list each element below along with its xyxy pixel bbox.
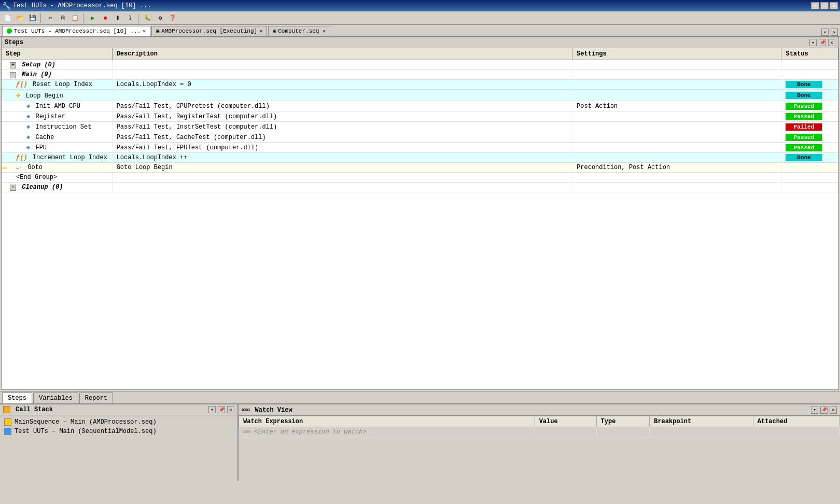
minimize-button[interactable]: — [811, 2, 819, 9]
watch-value-cell [535, 427, 596, 437]
expand-button[interactable]: + [10, 185, 16, 191]
table-row[interactable]: ◈ FPU Pass/Fail Test, FPUTest (computer.… [2, 143, 838, 153]
toolbar-stop[interactable]: ■ [100, 12, 111, 24]
status-cell: Passed [781, 143, 838, 153]
status-badge-passed: Passed [786, 144, 822, 151]
toolbar-step[interactable]: ⤵ [124, 12, 136, 24]
toolbar-debug[interactable]: 🐛 [142, 12, 153, 24]
tab-bar: Test UUTs - AMDProcessor.seq [10] ... ✕ … [0, 25, 840, 37]
toolbar-pause[interactable]: ⏸ [112, 12, 123, 24]
table-row[interactable]: ƒ() Increment Loop Index Locals.LoopInde… [2, 153, 838, 163]
step-cell: ⇒ ↵▫ Goto [2, 163, 112, 173]
step-name-init-amd: Init AMD CPU [35, 103, 80, 110]
status-badge-done: Done [786, 81, 822, 88]
status-cell: Done [781, 153, 838, 163]
steps-panel-arrow-down[interactable]: ▾ [809, 39, 817, 46]
table-row[interactable]: ◈ Init AMD CPU Pass/Fail Test, CPUPretes… [2, 101, 838, 111]
tab-computer-close[interactable]: ✕ [323, 28, 326, 34]
tab-test-uuts-close[interactable]: ✕ [143, 28, 146, 34]
tab-bar-pin[interactable]: ▾ [821, 29, 829, 36]
watch-col-type: Type [596, 416, 650, 427]
desc-cell: Pass/Fail Test, CacheTest (computer.dll) [112, 132, 572, 143]
toolbar-open[interactable]: 📂 [15, 12, 26, 24]
steps-panel: Steps ▾ 📌 ✕ Step Description Settings St… [1, 37, 839, 390]
tab-amdprocessor[interactable]: ▣ AMDProcessor.seq [Executing] ✕ [151, 26, 267, 36]
table-row[interactable]: ƒ() Reset Loop Index Locals.LoopIndex = … [2, 80, 838, 90]
watch-col-value: Value [535, 416, 596, 427]
step-indent: ✤ Loop Begin [6, 92, 63, 100]
step-indent: ◈ Instruction Set [6, 123, 91, 131]
title-bar-controls[interactable]: — □ ✕ [811, 2, 838, 9]
step-name-reset-loop: Reset Loop Index [33, 81, 92, 88]
status-badge-passed: Passed [786, 103, 822, 110]
steps-panel-close[interactable]: ✕ [828, 39, 835, 46]
watch-placeholder-text: ∞∞ <Enter an expression to watch> [243, 428, 367, 436]
call-stack-pin[interactable]: 📌 [218, 406, 225, 413]
toolbar-run[interactable]: ▶ [87, 12, 99, 24]
toolbar-help[interactable]: ❓ [167, 12, 178, 24]
step-indent: ◈ FPU [6, 144, 47, 151]
call-stack-close[interactable]: ✕ [227, 406, 234, 413]
list-item[interactable]: MainSequence – Main (AMDProcessor.seq) [2, 417, 235, 427]
tab-amd-close[interactable]: ✕ [259, 28, 262, 34]
col-header-description: Description [112, 48, 572, 60]
step-name-loop-begin: Loop Begin [26, 92, 63, 100]
table-row[interactable]: + Cleanup (0) [2, 183, 838, 192]
desc-cell: Pass/Fail Test, InstrSetTest (computer.d… [112, 122, 572, 132]
steps-panel-pin[interactable]: 📌 [819, 39, 826, 46]
settings-cell: Precondition, Post Action [572, 163, 781, 173]
steps-data-table: Step Description Settings Status + Setup… [2, 48, 838, 192]
expand-button[interactable]: + [10, 62, 16, 68]
toolbar-cut[interactable]: ✂ [45, 12, 56, 24]
watch-view-arrow[interactable]: ▾ [811, 407, 818, 414]
steps-table-body: + Setup (0) - Main (9) [2, 60, 838, 192]
desc-cell: Goto Loop Begin [112, 163, 572, 173]
table-row[interactable]: ✤ Loop Begin Done [2, 90, 838, 101]
step-indent: ◈ Init AMD CPU [6, 103, 80, 110]
toolbar-sep1 [40, 13, 43, 23]
list-item[interactable]: Test UUTs – Main (SequentialModel.seq) [2, 427, 235, 436]
step-cell: ◈ FPU [2, 143, 112, 153]
table-row[interactable]: ◈ Cache Pass/Fail Test, CacheTest (compu… [2, 132, 838, 143]
tab-report[interactable]: Report [79, 393, 113, 403]
call-stack-arrow[interactable]: ▾ [208, 406, 216, 413]
desc-cell [112, 70, 572, 80]
bottom-area: Call Stack ▾ 📌 ✕ MainSequence – Main (AM… [0, 403, 840, 481]
watch-view-pin[interactable]: 📌 [820, 407, 828, 414]
close-button[interactable]: ✕ [830, 2, 838, 9]
table-row[interactable]: ⇒ ↵▫ Goto Goto Loop Begin Precondition, … [2, 163, 838, 173]
tab-computer[interactable]: ▣ Computer.seq ✕ [268, 26, 330, 36]
toolbar-paste[interactable]: 📋 [69, 12, 81, 24]
watch-table: Watch Expression Value Type Breakpoint A… [239, 416, 840, 437]
toolbar-save[interactable]: 💾 [27, 12, 38, 24]
tab-variables[interactable]: Variables [33, 393, 78, 403]
settings-cell [572, 183, 781, 192]
table-row[interactable]: <End Group> [2, 173, 838, 183]
table-row[interactable]: ◈ Register Pass/Fail Test, RegisterTest … [2, 111, 838, 122]
tab-amd-label: AMDProcessor.seq [Executing] [161, 28, 257, 34]
toolbar-settings[interactable]: ⚙ [155, 12, 166, 24]
settings-cell [572, 111, 781, 122]
settings-cell [572, 60, 781, 70]
desc-cell: Pass/Fail Test, FPUTest (computer.dll) [112, 143, 572, 153]
watch-type-cell [596, 427, 650, 437]
table-row[interactable]: ◈ Instruction Set Pass/Fail Test, InstrS… [2, 122, 838, 132]
watch-view-close[interactable]: ✕ [830, 407, 837, 414]
call-stack-icon [3, 406, 10, 413]
table-row[interactable]: - Main (9) [2, 70, 838, 80]
tab-bar-close[interactable]: ✕ [831, 29, 838, 36]
tab-steps[interactable]: Steps [2, 393, 32, 403]
expand-button[interactable]: - [10, 72, 16, 78]
status-badge-done: Done [786, 92, 822, 99]
toolbar-copy[interactable]: ⎘ [57, 12, 68, 24]
watch-view-title: Watch View [255, 407, 292, 414]
step-cell: ◈ Cache [2, 132, 112, 143]
step-indent: ◈ Register [6, 113, 65, 120]
table-row[interactable]: + Setup (0) [2, 60, 838, 70]
tab-test-uuts[interactable]: Test UUTs - AMDProcessor.seq [10] ... ✕ [2, 26, 150, 36]
maximize-button[interactable]: □ [820, 2, 829, 9]
step-name-cache: Cache [35, 134, 54, 141]
step-cell: ◈ Register [2, 111, 112, 122]
toolbar-new[interactable]: 📄 [2, 12, 13, 24]
table-row[interactable]: ∞∞ <Enter an expression to watch> [239, 427, 840, 437]
